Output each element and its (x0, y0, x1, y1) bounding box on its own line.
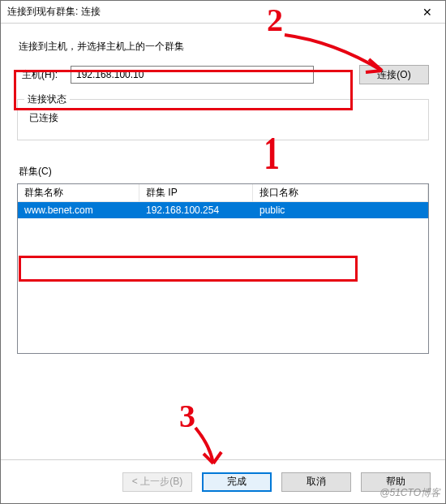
host-row: 主机(H): 连接(O) (17, 65, 429, 84)
finish-button[interactable]: 完成 (202, 472, 272, 492)
connection-status-legend: 连接状态 (24, 93, 70, 106)
dialog-content: 连接到主机，并选择主机上的一个群集 主机(H): 连接(O) 连接状态 已连接 … (1, 24, 445, 459)
host-input[interactable] (71, 66, 314, 84)
clusters-label: 群集(C) (19, 165, 429, 179)
cell-cluster-name: www.benet.com (18, 203, 139, 218)
window-title: 连接到现有群集: 连接 (7, 5, 101, 19)
column-header-iface[interactable]: 接口名称 (253, 183, 428, 202)
column-header-name[interactable]: 群集名称 (18, 183, 139, 202)
help-button[interactable]: 帮助 (361, 472, 431, 492)
table-row[interactable]: www.benet.com 192.168.100.254 public (18, 202, 428, 218)
column-header-ip[interactable]: 群集 IP (139, 183, 253, 202)
instruction-text: 连接到主机，并选择主机上的一个群集 (19, 40, 429, 54)
dialog-footer: < 上一步(B) 完成 取消 帮助 (1, 459, 445, 503)
prev-button: < 上一步(B) (122, 472, 192, 492)
dialog-window: 连接到现有群集: 连接 ✕ 连接到主机，并选择主机上的一个群集 主机(H): 连… (0, 0, 446, 504)
cell-cluster-iface: public (253, 203, 428, 218)
connect-button[interactable]: 连接(O) (359, 65, 429, 84)
host-label: 主机(H): (17, 68, 64, 82)
titlebar: 连接到现有群集: 连接 ✕ (1, 1, 445, 24)
connection-status-groupbox: 连接状态 已连接 (17, 99, 429, 140)
clusters-listview[interactable]: 群集名称 群集 IP 接口名称 www.benet.com 192.168.10… (17, 183, 429, 354)
cancel-button[interactable]: 取消 (281, 472, 351, 492)
connection-status-text: 已连接 (28, 108, 418, 128)
listview-header: 群集名称 群集 IP 接口名称 (18, 184, 428, 202)
cell-cluster-ip: 192.168.100.254 (139, 203, 253, 218)
close-button[interactable]: ✕ (410, 1, 445, 23)
close-icon: ✕ (422, 6, 432, 19)
